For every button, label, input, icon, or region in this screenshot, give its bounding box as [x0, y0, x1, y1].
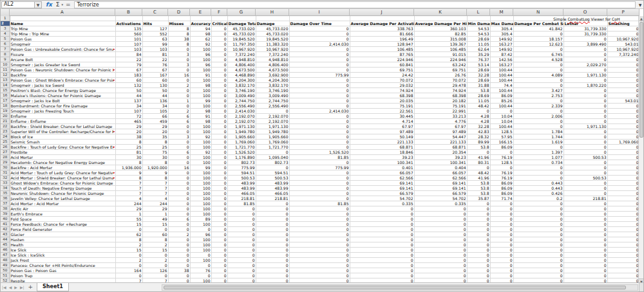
cell-name[interactable]: Force Feedback: Chance for +Recharge — [10, 222, 115, 227]
cell[interactable]: 62 — [115, 232, 142, 237]
cell[interactable]: 63.242 — [414, 62, 467, 68]
header-cell[interactable]: Hits — [142, 21, 168, 26]
sheet-tab-sheet1[interactable]: Sheet1 — [37, 283, 69, 291]
cell-name[interactable]: Acid Mortar : Shield Breaker: Chance for… — [10, 176, 115, 181]
cell[interactable]: 100 — [190, 129, 211, 134]
cell[interactable]: 0 — [211, 68, 227, 73]
cell[interactable]: 0 — [289, 68, 350, 73]
cell[interactable]: 0 — [211, 201, 227, 206]
cell[interactable]: 97.489 — [350, 129, 414, 134]
cell[interactable]: 0 — [350, 253, 414, 258]
cell[interactable]: 100 — [190, 181, 211, 186]
cell[interactable]: 98 — [190, 109, 211, 114]
cell[interactable]: 164 — [115, 268, 142, 273]
cell[interactable]: 8 — [142, 160, 168, 165]
cell[interactable]: 0 — [211, 83, 227, 88]
cell[interactable]: 84 — [115, 52, 142, 57]
cell[interactable] — [256, 16, 289, 21]
cell[interactable]: 100 — [190, 145, 211, 150]
cell[interactable]: 0.426 — [513, 191, 564, 196]
cell[interactable]: 0 — [289, 32, 350, 37]
cell[interactable]: 100.44 — [490, 104, 513, 109]
cell[interactable]: 3,746.190 — [227, 88, 256, 93]
cell[interactable]: 0 — [490, 263, 513, 268]
cell-name[interactable]: Block of Ice — [10, 134, 115, 140]
cell[interactable]: 15 — [115, 248, 142, 253]
cell[interactable]: 0 — [467, 273, 490, 278]
cell[interactable]: 183 — [115, 73, 142, 78]
cell[interactable]: 0 — [490, 222, 513, 227]
cell[interactable]: 0 — [256, 253, 289, 258]
cell[interactable]: 2,744.750 — [256, 98, 289, 104]
cell[interactable]: 0 — [607, 232, 639, 237]
cell[interactable]: 0 — [289, 78, 350, 83]
cell[interactable]: 0 — [513, 78, 564, 83]
cell[interactable]: 0 — [142, 227, 168, 232]
cell[interactable]: 0 — [513, 258, 564, 263]
cell[interactable]: 100 — [190, 176, 211, 181]
cell[interactable]: 0 — [350, 237, 414, 242]
cell[interactable]: 0 — [564, 201, 607, 206]
cell[interactable]: 2,192.070 — [256, 114, 289, 119]
cell[interactable]: 0 — [490, 268, 513, 273]
cell[interactable]: 100 — [190, 88, 211, 93]
cell[interactable]: 3 — [168, 52, 190, 57]
cell[interactable]: 44 — [115, 93, 142, 98]
cell[interactable]: 149.92 — [490, 37, 513, 42]
cell-name[interactable]: Backfire : Touch of Lady Grey: Chance fo… — [10, 145, 115, 150]
cell[interactable]: 0 — [564, 237, 607, 242]
column-letter-g[interactable]: G — [227, 9, 256, 16]
cell[interactable]: 0 — [289, 191, 350, 196]
cell[interactable]: 63 — [142, 37, 168, 42]
cell[interactable]: 0 — [168, 196, 190, 201]
cell[interactable]: 100 — [190, 155, 211, 160]
row-header-45[interactable]: 45 — [1, 242, 10, 248]
row-header-34[interactable]: 34 — [1, 186, 10, 191]
header-cell[interactable]: Name — [10, 21, 115, 26]
cell[interactable]: 0 — [513, 237, 564, 242]
cell[interactable]: 163.27 — [490, 62, 513, 68]
cell[interactable]: 0 — [414, 232, 467, 237]
cell[interactable]: 0 — [256, 212, 289, 217]
cell[interactable]: 0 — [211, 196, 227, 201]
cell[interactable]: 244 — [115, 201, 142, 206]
cell[interactable]: 4 — [115, 196, 142, 201]
cell[interactable]: 1 — [168, 98, 190, 104]
cell[interactable]: 0 — [490, 206, 513, 212]
cell[interactable]: 0 — [607, 114, 639, 119]
cell[interactable]: 10.04 — [490, 114, 513, 119]
cell[interactable]: 1.397 — [513, 150, 564, 155]
cell[interactable]: 0 — [607, 134, 639, 140]
cell[interactable]: 42.83 — [467, 129, 490, 134]
cell[interactable]: 2,192.070 — [227, 114, 256, 119]
cell[interactable]: 139.367 — [414, 42, 467, 47]
cell[interactable] — [211, 16, 227, 21]
cell[interactable] — [414, 16, 467, 21]
cell[interactable]: 0 — [607, 212, 639, 217]
cell[interactable]: 32.28 — [467, 73, 490, 78]
cell[interactable]: 0 — [467, 237, 490, 242]
cell[interactable]: 30 — [142, 155, 168, 160]
cell[interactable]: 0 — [168, 57, 190, 62]
cell[interactable]: 75 — [142, 150, 168, 155]
cell[interactable]: 8 — [115, 176, 142, 181]
cell[interactable]: 7 — [142, 181, 168, 186]
cell[interactable]: 106.485 — [350, 47, 414, 52]
cell-name[interactable]: Hasten — [10, 237, 115, 242]
cell[interactable]: 0 — [607, 217, 639, 222]
cell[interactable]: 0 — [467, 232, 490, 237]
cell[interactable]: 62 — [190, 37, 211, 42]
cell[interactable]: 50.149 — [350, 134, 414, 140]
cell[interactable]: 0 — [607, 83, 639, 88]
cell[interactable]: 89.99 — [467, 140, 490, 145]
cell[interactable]: 45,733.020 — [227, 32, 256, 37]
cell[interactable]: 75.191 — [350, 104, 414, 109]
cell[interactable]: 50 — [142, 88, 168, 93]
cell[interactable]: 3 — [168, 134, 190, 140]
cell-name[interactable]: Ghost Widow's Embrace: Chance for Psioni… — [10, 181, 115, 186]
cell[interactable]: 67.97 — [414, 124, 467, 129]
cell[interactable]: 8 — [115, 140, 142, 145]
cell[interactable]: 0 — [490, 258, 513, 263]
cell[interactable]: 0 — [211, 129, 227, 134]
cell[interactable]: 24.42 — [350, 73, 414, 78]
